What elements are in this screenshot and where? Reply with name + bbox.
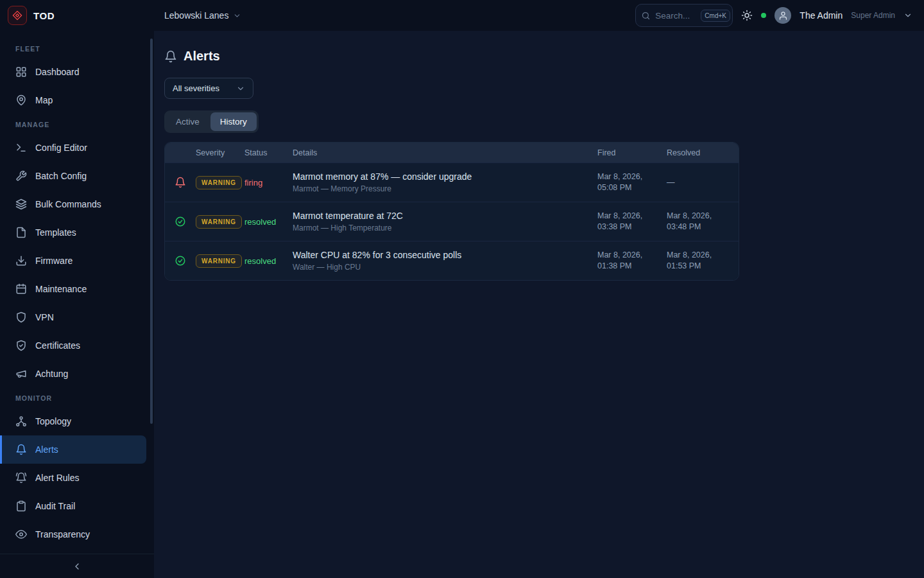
sidebar-item-label: Firmware — [35, 256, 73, 266]
tab-history[interactable]: History — [210, 112, 257, 131]
alert-subtitle: Marmot — Memory Pressure — [293, 184, 597, 193]
sidebar-item-firmware[interactable]: Firmware — [0, 247, 154, 275]
sidebar-footer — [0, 554, 154, 578]
user-menu-chevron-icon[interactable] — [903, 11, 912, 20]
status-text: resolved — [244, 256, 293, 266]
table-header: Severity Status Details Fired Resolved — [165, 143, 739, 162]
alerts-table: Severity Status Details Fired Resolved W… — [164, 142, 739, 281]
fired-timestamp: Mar 8, 2026, 05:08 PM — [597, 171, 667, 193]
sidebar-item-label: Map — [35, 95, 53, 105]
shield-check-icon — [15, 340, 27, 351]
wrench-icon — [15, 170, 27, 182]
search-box[interactable]: Cmd+K — [635, 4, 733, 27]
main-content: Alerts All severities Active History Sev… — [154, 31, 924, 578]
resolved-timestamp: — — [667, 177, 739, 188]
connection-status-dot — [761, 13, 766, 18]
eye-icon — [15, 529, 27, 540]
download-icon — [15, 255, 27, 267]
org-switcher[interactable]: Lebowski Lanes — [164, 10, 241, 21]
check-circle-icon — [165, 255, 196, 267]
severity-badge: WARNING — [196, 176, 242, 189]
column-details: Details — [293, 148, 597, 157]
fired-timestamp: Mar 8, 2026, 03:38 PM — [597, 211, 667, 232]
alert-title: Walter CPU at 82% for 3 consecutive poll… — [293, 250, 597, 260]
fired-timestamp: Mar 8, 2026, 01:38 PM — [597, 250, 667, 272]
app-logo — [8, 6, 27, 25]
dashboard-icon — [15, 66, 27, 78]
page-title: Alerts — [184, 49, 220, 64]
bell-icon — [164, 50, 177, 63]
bell-icon — [15, 444, 27, 455]
sidebar-item-alerts[interactable]: Alerts — [0, 435, 146, 464]
sidebar-item-map[interactable]: Map — [0, 86, 154, 114]
alert-details: Walter CPU at 82% for 3 consecutive poll… — [293, 250, 597, 272]
sidebar-scrollbar[interactable] — [150, 39, 153, 424]
table-row[interactable]: WARNING firing Marmot memory at 87% — co… — [165, 162, 739, 202]
sidebar-item-label: Alerts — [35, 444, 58, 455]
terminal-icon — [15, 142, 27, 153]
sidebar-item-label: Certificates — [35, 340, 80, 351]
sidebar-item-label: Topology — [35, 416, 71, 426]
sidebar-item-alert-rules[interactable]: Alert Rules — [0, 464, 154, 492]
sidebar-item-dashboard[interactable]: Dashboard — [0, 58, 154, 86]
severity-filter-select[interactable]: All severities — [164, 78, 253, 99]
avatar[interactable] — [774, 7, 791, 24]
tab-active[interactable]: Active — [166, 112, 209, 131]
alert-details: Marmot memory at 87% — consider upgrade … — [293, 171, 597, 193]
sidebar-item-batch-config[interactable]: Batch Config — [0, 162, 154, 190]
chevron-left-icon — [72, 561, 82, 572]
sun-icon — [741, 10, 753, 21]
chevron-down-icon — [236, 84, 245, 93]
search-icon — [641, 11, 651, 21]
table-row[interactable]: WARNING resolved Marmot temperature at 7… — [165, 202, 739, 241]
search-input[interactable] — [655, 11, 696, 21]
check-circle-icon — [165, 216, 196, 227]
alert-subtitle: Walter — High CPU — [293, 263, 597, 272]
severity-filter-value: All severities — [173, 83, 219, 93]
column-status: Status — [244, 148, 293, 157]
status-text: resolved — [244, 217, 293, 227]
sidebar-item-label: Config Editor — [35, 143, 87, 153]
resolved-timestamp: Mar 8, 2026, 03:48 PM — [667, 211, 739, 232]
sidebar-item-vpn[interactable]: VPN — [0, 303, 154, 331]
sidebar-collapse-button[interactable] — [72, 561, 82, 572]
sidebar-item-templates[interactable]: Templates — [0, 218, 154, 247]
sidebar-item-label: Achtung — [35, 369, 68, 379]
theme-toggle-button[interactable] — [741, 10, 753, 21]
user-role-badge: Super Admin — [851, 11, 895, 20]
clipboard-icon — [15, 500, 27, 512]
column-fired: Fired — [597, 148, 667, 157]
calendar-icon — [15, 283, 27, 295]
org-name: Lebowski Lanes — [164, 10, 228, 21]
file-icon — [15, 227, 27, 238]
brand-name: TOD — [33, 10, 55, 21]
sidebar-item-audit-trail[interactable]: Audit Trail — [0, 492, 154, 520]
sidebar-item-achtung[interactable]: Achtung — [0, 360, 154, 388]
sidebar-item-bulk-commands[interactable]: Bulk Commands — [0, 190, 154, 218]
megaphone-icon — [15, 368, 27, 380]
table-row[interactable]: WARNING resolved Walter CPU at 82% for 3… — [165, 241, 739, 280]
severity-badge: WARNING — [196, 215, 242, 229]
sidebar-item-label: Transparency — [35, 529, 90, 539]
alerts-tabs: Active History — [164, 110, 259, 133]
layers-icon — [15, 198, 27, 210]
shield-icon — [15, 311, 27, 323]
sidebar-item-maintenance[interactable]: Maintenance — [0, 275, 154, 303]
topology-icon — [15, 416, 27, 427]
brand: TOD — [0, 6, 154, 25]
page-header: Alerts — [164, 49, 914, 64]
sidebar-item-topology[interactable]: Topology — [0, 407, 154, 435]
severity-badge: WARNING — [196, 254, 242, 268]
sidebar-item-label: Dashboard — [35, 67, 80, 77]
alert-details: Marmot temperature at 72C Marmot — High … — [293, 211, 597, 232]
bell-alert-icon — [165, 177, 196, 188]
sidebar: FLEET Dashboard Map MANAGE Config Editor — [0, 31, 154, 578]
diamond-logo-icon — [12, 10, 22, 21]
search-shortcut-badge: Cmd+K — [701, 10, 730, 22]
user-icon — [778, 11, 788, 21]
sidebar-item-config-editor[interactable]: Config Editor — [0, 134, 154, 162]
sidebar-item-certificates[interactable]: Certificates — [0, 331, 154, 360]
user-name: The Admin — [800, 10, 843, 21]
sidebar-section-fleet: FLEET — [0, 39, 154, 58]
sidebar-item-transparency[interactable]: Transparency — [0, 520, 154, 548]
